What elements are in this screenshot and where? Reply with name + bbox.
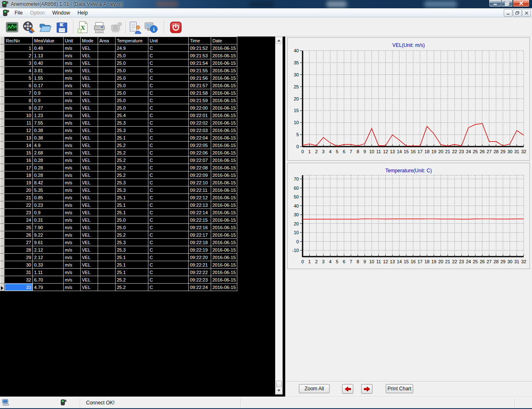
realtime-chart-icon[interactable]: [4, 20, 20, 35]
cell-meavalue[interactable]: 7.55: [33, 119, 64, 127]
cell-unit[interactable]: C: [148, 209, 189, 216]
cell-unit[interactable]: C: [148, 59, 189, 67]
cell-time[interactable]: 09:21:59: [189, 97, 211, 104]
cell-date[interactable]: 2016-06-15: [211, 82, 237, 89]
cell-recno[interactable]: 5: [5, 74, 33, 82]
cell-mode[interactable]: VEL: [81, 284, 98, 291]
cell-unit[interactable]: C: [148, 127, 189, 134]
cell-temperature[interactable]: 25.3: [116, 179, 148, 186]
table-row[interactable]: 326.70m/sVEL25.2C09:22:232016-06-15: [0, 276, 237, 284]
cell-meavalue[interactable]: 4.79: [33, 284, 64, 291]
cell-area[interactable]: [98, 149, 116, 157]
cell-temperature[interactable]: 25.0: [116, 216, 148, 224]
column-header-area[interactable]: Area: [98, 37, 116, 44]
cell-time[interactable]: 09:22:17: [189, 231, 211, 239]
cell-mode[interactable]: VEL: [81, 89, 98, 97]
cell-area[interactable]: [98, 112, 116, 119]
save-file-icon[interactable]: [54, 20, 70, 35]
cell-time[interactable]: 09:22:12: [189, 194, 211, 201]
vertical-scrollbar[interactable]: [275, 37, 283, 394]
cell-temperature[interactable]: 25.1: [116, 254, 148, 261]
cell-date[interactable]: 2016-06-15: [211, 284, 237, 291]
cell-meavalue[interactable]: 0.28: [33, 171, 64, 179]
cell-unit[interactable]: C: [148, 157, 189, 164]
cell-mode[interactable]: VEL: [81, 149, 98, 157]
cell-unit[interactable]: C: [148, 201, 189, 209]
cell-temperature[interactable]: 25.1: [116, 194, 148, 201]
cell-unit[interactable]: C: [148, 74, 189, 82]
cell-area[interactable]: [98, 194, 116, 201]
cell-mode[interactable]: VEL: [81, 179, 98, 186]
cell-recno[interactable]: 12: [5, 127, 33, 134]
cell-area[interactable]: [98, 164, 116, 171]
column-header-mode[interactable]: Mode: [81, 37, 98, 44]
cell-unit[interactable]: m/s: [64, 209, 81, 216]
cell-unit[interactable]: C: [148, 239, 189, 246]
cell-temperature[interactable]: 25.3: [116, 186, 148, 194]
table-row[interactable]: 210.85m/sVEL25.1C09:22:122016-06-15: [0, 194, 237, 201]
system-info-icon[interactable]: i: [143, 20, 159, 35]
table-row[interactable]: 144.9m/sVEL25.2C09:22:052016-06-15: [0, 142, 237, 149]
cell-unit[interactable]: m/s: [64, 231, 81, 239]
cell-temperature[interactable]: 25.0: [116, 59, 148, 67]
cell-unit[interactable]: C: [148, 246, 189, 254]
cell-unit[interactable]: m/s: [64, 127, 81, 134]
cell-time[interactable]: 09:22:10: [189, 179, 211, 186]
cell-recno[interactable]: 31: [5, 269, 33, 276]
cell-area[interactable]: [98, 44, 116, 52]
cell-meavalue[interactable]: 0.38: [33, 127, 64, 134]
cell-recno[interactable]: 33: [5, 284, 33, 291]
close-button[interactable]: [513, 0, 530, 7]
cell-date[interactable]: 2016-06-15: [211, 209, 237, 216]
cell-mode[interactable]: VEL: [81, 254, 98, 261]
cell-recno[interactable]: 13: [5, 134, 33, 142]
table-row[interactable]: 21.13m/sVEL25.0C09:21:532016-06-15: [0, 52, 237, 59]
cell-date[interactable]: 2016-06-15: [211, 194, 237, 201]
column-header-unit-2[interactable]: Unit: [148, 37, 189, 44]
cell-unit[interactable]: m/s: [64, 112, 81, 119]
cell-unit[interactable]: C: [148, 97, 189, 104]
cell-meavalue[interactable]: 5.35: [33, 186, 64, 194]
column-header-time[interactable]: Time: [189, 37, 211, 44]
cell-mode[interactable]: VEL: [81, 269, 98, 276]
cell-date[interactable]: 2016-06-15: [211, 59, 237, 67]
cell-unit[interactable]: C: [148, 224, 189, 231]
cell-temperature[interactable]: 25.0: [116, 89, 148, 97]
table-row[interactable]: 101.23m/sVEL25.4C09:22:012016-06-15: [0, 112, 237, 119]
cell-recno[interactable]: 15: [5, 149, 33, 157]
cell-mode[interactable]: VEL: [81, 74, 98, 82]
cell-mode[interactable]: VEL: [81, 209, 98, 216]
table-row[interactable]: 160.28m/sVEL25.2C09:22:072016-06-15: [0, 157, 237, 164]
cell-unit[interactable]: m/s: [64, 164, 81, 171]
cell-time[interactable]: 09:22:14: [189, 209, 211, 216]
cell-mode[interactable]: VEL: [81, 224, 98, 231]
cell-meavalue[interactable]: 0.40: [33, 59, 64, 67]
cell-meavalue[interactable]: 1.23: [33, 112, 64, 119]
scroll-left-button[interactable]: [342, 384, 353, 394]
cell-mode[interactable]: VEL: [81, 201, 98, 209]
cell-time[interactable]: 09:22:23: [189, 276, 211, 284]
cell-area[interactable]: [98, 104, 116, 112]
cell-unit[interactable]: C: [148, 67, 189, 74]
cell-recno[interactable]: 10: [5, 112, 33, 119]
cell-unit[interactable]: C: [148, 179, 189, 186]
cell-temperature[interactable]: 25.0: [116, 52, 148, 59]
cell-unit[interactable]: m/s: [64, 149, 81, 157]
cell-time[interactable]: 09:22:06: [189, 149, 211, 157]
cell-mode[interactable]: VEL: [81, 82, 98, 89]
cell-temperature[interactable]: 25.2: [116, 284, 148, 291]
cell-unit[interactable]: m/s: [64, 171, 81, 179]
cell-meavalue[interactable]: 0.38: [33, 134, 64, 142]
cell-date[interactable]: 2016-06-15: [211, 134, 237, 142]
cell-area[interactable]: [98, 127, 116, 134]
cell-date[interactable]: 2016-06-15: [211, 179, 237, 186]
table-row[interactable]: 300.33m/sVEL25.1C09:22:212016-06-15: [0, 261, 237, 269]
cell-recno[interactable]: 27: [5, 239, 33, 246]
table-row[interactable]: 240.31m/sVEL25.0C09:22:152016-06-15: [0, 216, 237, 224]
cell-unit[interactable]: m/s: [64, 89, 81, 97]
cell-unit[interactable]: C: [148, 171, 189, 179]
cell-temperature[interactable]: 25.1: [116, 269, 148, 276]
cell-temperature[interactable]: 25.2: [116, 231, 148, 239]
cell-recno[interactable]: 6: [5, 82, 33, 89]
mdi-close-button[interactable]: [522, 9, 531, 17]
